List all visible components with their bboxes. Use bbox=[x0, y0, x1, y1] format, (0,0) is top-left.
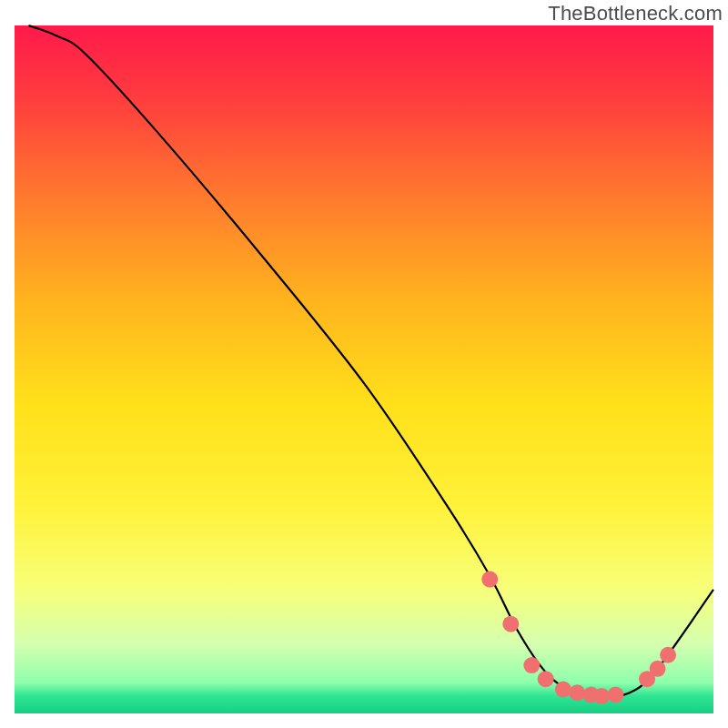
marker-point bbox=[523, 657, 540, 673]
marker-point bbox=[593, 688, 610, 704]
marker-point bbox=[555, 682, 571, 698]
marker-point bbox=[660, 647, 676, 663]
watermark-label: TheBottleneck.com bbox=[548, 2, 723, 25]
marker-point bbox=[569, 684, 585, 701]
chart-container: TheBottleneck.com bbox=[0, 0, 728, 728]
marker-point bbox=[607, 687, 623, 703]
chart-background bbox=[15, 25, 713, 713]
marker-point bbox=[481, 571, 498, 588]
bottleneck-chart bbox=[0, 0, 728, 728]
marker-point bbox=[502, 616, 519, 632]
marker-point bbox=[650, 661, 666, 677]
marker-point bbox=[538, 671, 554, 687]
